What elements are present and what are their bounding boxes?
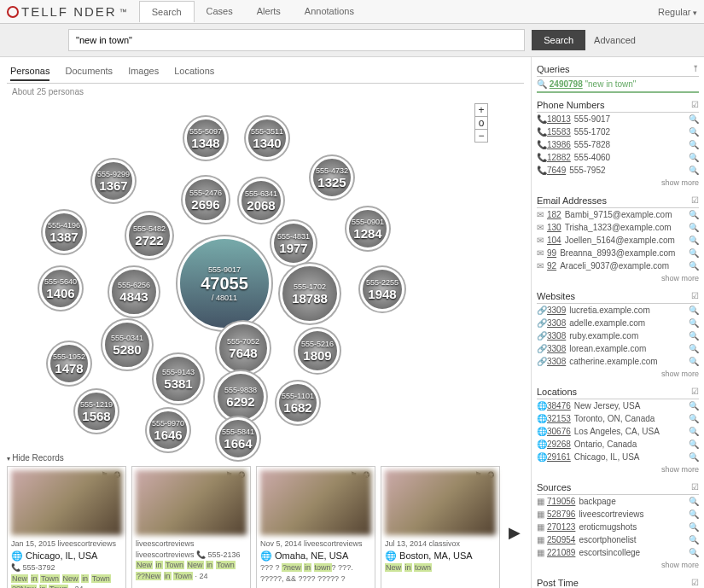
cluster-node[interactable]: 555-11011682 — [276, 381, 319, 424]
nav-tab-alerts[interactable]: Alerts — [245, 1, 293, 22]
subtab-locations[interactable]: Locations — [174, 66, 214, 81]
search-icon[interactable]: 🔍 — [689, 236, 699, 245]
search-icon[interactable]: 🔍 — [689, 166, 699, 175]
record-card[interactable]: ⚑✪Nov 5, 2014 liveescortreviews🌐 Omaha, … — [256, 466, 375, 588]
search-icon[interactable]: 🔍 — [689, 153, 699, 162]
cluster-node[interactable]: 555-91435381 — [154, 354, 203, 404]
cluster-node[interactable]: 555-98386292 — [215, 371, 266, 422]
cluster-node[interactable]: 555-12191568 — [75, 390, 118, 433]
search-icon[interactable]: 🔍 — [689, 306, 699, 315]
facet-row[interactable]: 🔗3308 adelle.example.com🔍 — [537, 317, 699, 329]
search-icon[interactable]: 🔍 — [689, 248, 699, 258]
search-icon[interactable]: 🔍 — [689, 318, 699, 328]
record-card[interactable]: ⚑✪Jan 15, 2015 liveescortreviews🌐 Chicag… — [7, 466, 126, 588]
facet-row[interactable]: ▦270123 eroticmugshots🔍 — [537, 521, 699, 533]
facet-row[interactable]: 🔗3308 ruby.example.com🔍 — [537, 329, 699, 342]
advanced-link[interactable]: Advanced — [594, 35, 636, 45]
facet-row[interactable]: ▦221089 escortsincollege🔍 — [537, 546, 699, 559]
search-icon[interactable]: 🔍 — [689, 440, 699, 449]
search-icon[interactable]: 🔍 — [689, 127, 699, 137]
facet-row[interactable]: 🔗3308 catherine.example.com🔍 — [537, 355, 699, 368]
search-icon[interactable]: 🔍 — [689, 522, 699, 532]
cluster-node[interactable]: 555-92991367 — [92, 160, 135, 202]
facet-row[interactable]: 📞12882 555-4060🔍 — [537, 151, 699, 164]
record-card[interactable]: ⚑✪Jul 13, 2014 classivox🌐 Boston, MA, US… — [381, 466, 500, 588]
active-query[interactable]: 🔍 2490798 "new in town" — [537, 77, 699, 93]
cluster-node[interactable]: 555-19521478 — [48, 342, 90, 385]
show-more-link[interactable]: show more — [537, 177, 699, 189]
cluster-node[interactable]: 555-52161809 — [295, 329, 340, 373]
search-button[interactable]: Search — [532, 30, 585, 50]
facet-row[interactable]: 🌐32153 Toronto, ON, Canada🔍 — [537, 412, 699, 425]
facet-row[interactable]: 🌐30676 Los Angeles, CA, USA🔍 — [537, 425, 699, 438]
facet-row[interactable]: ▦528796 liveescortreviews🔍 — [537, 508, 699, 521]
search-icon[interactable]: 🔍 — [689, 223, 699, 232]
show-more-link[interactable]: show more — [537, 368, 699, 380]
search-icon[interactable]: 🔍 — [689, 452, 699, 462]
cluster-center-node[interactable]: 555-901747055/ 48011 — [177, 236, 271, 330]
cluster-node[interactable]: 555-70527648 — [217, 322, 270, 375]
zoom-reset-button[interactable]: o — [474, 116, 488, 130]
cluster-node[interactable]: 555-56401406 — [39, 267, 82, 310]
cluster-node[interactable]: 555-63412068 — [239, 178, 283, 223]
cluster-node[interactable]: 555-22551948 — [360, 267, 404, 311]
persona-cluster[interactable]: + o − 555-901747055/ 48011555-5097134855… — [7, 100, 493, 450]
search-icon[interactable]: 🔍 — [689, 140, 699, 149]
facet-row[interactable]: 🌐29268 Ontario, Canada🔍 — [537, 438, 699, 451]
facet-row[interactable]: 🌐29161 Chicago, IL, USA🔍 — [537, 451, 699, 463]
cluster-node[interactable]: 555-50971348 — [184, 117, 227, 160]
zoom-out-button[interactable]: − — [474, 129, 488, 143]
cluster-node[interactable]: 555-99701646 — [147, 409, 189, 451]
search-icon[interactable]: 🔍 — [689, 331, 699, 341]
show-more-link[interactable]: show more — [537, 272, 699, 284]
facet-row[interactable]: ▦719056 backpage🔍 — [537, 495, 699, 508]
cluster-node[interactable]: 555-47321325 — [311, 156, 353, 199]
facet-row[interactable]: ✉182 Bambi_9715@example.com🔍 — [537, 208, 699, 221]
facet-row[interactable]: ✉92 Araceli_9037@example.com🔍 — [537, 259, 699, 272]
cluster-node[interactable]: 555-41961387 — [43, 211, 85, 253]
search-icon[interactable]: 🔍 — [689, 414, 699, 423]
facet-row[interactable]: 🔗3309 lucretia.example.com🔍 — [537, 304, 699, 317]
show-more-link[interactable]: show more — [537, 559, 699, 571]
search-input[interactable] — [68, 29, 525, 51]
search-icon[interactable]: 🔍 — [689, 210, 699, 219]
search-icon[interactable]: 🔍 — [689, 357, 699, 366]
nav-tab-search[interactable]: Search — [139, 1, 195, 22]
facet-row[interactable]: 🌐38476 New Jersey, USA🔍 — [537, 399, 699, 412]
facet-row[interactable]: 📞13986 555-7828🔍 — [537, 138, 699, 151]
nav-tab-annotations[interactable]: Annotations — [293, 1, 366, 22]
cluster-node[interactable]: 555-62564843 — [109, 267, 159, 317]
facet-row[interactable]: 📞7649 555-7952🔍 — [537, 164, 699, 177]
search-icon[interactable]: 🔍 — [689, 261, 699, 271]
search-icon[interactable]: 🔍 — [689, 344, 699, 353]
facet-row[interactable]: ✉104 Joellen_5164@example.com🔍 — [537, 234, 699, 247]
search-icon[interactable]: 🔍 — [689, 114, 699, 124]
facet-row[interactable]: ✉130 Trisha_1323@example.com🔍 — [537, 221, 699, 234]
zoom-in-button[interactable]: + — [474, 103, 488, 117]
cluster-node[interactable]: 555-09011284 — [346, 207, 389, 250]
facet-row[interactable]: 📞18013 555-9017🔍 — [537, 113, 699, 125]
cluster-node[interactable]: 555-54822722 — [126, 212, 172, 259]
show-more-link[interactable]: show more — [537, 463, 699, 475]
search-icon[interactable]: 🔍 — [689, 535, 699, 544]
facet-row[interactable]: 📞15583 555-1702🔍 — [537, 125, 699, 138]
search-icon[interactable]: 🔍 — [689, 427, 699, 436]
cluster-node[interactable]: 555-58411664 — [217, 417, 259, 460]
cluster-node[interactable]: 555-24762696 — [183, 177, 229, 223]
cluster-node[interactable]: 555-48311977 — [271, 221, 316, 265]
subtab-documents[interactable]: Documents — [65, 66, 113, 81]
search-icon[interactable]: 🔍 — [689, 401, 699, 410]
nav-tab-cases[interactable]: Cases — [195, 1, 245, 22]
subtab-personas[interactable]: Personas — [10, 66, 49, 81]
cluster-node[interactable]: 555-170218788 — [280, 264, 340, 323]
record-card[interactable]: ⚑✪ liveescortreviewsliveescortreviews 📞 … — [131, 466, 251, 588]
cluster-node[interactable]: 555-03415280 — [102, 320, 152, 370]
user-menu[interactable]: Regular — [658, 7, 697, 17]
cards-next-button[interactable]: ▶ — [505, 466, 524, 588]
search-icon[interactable]: 🔍 — [689, 509, 699, 519]
search-icon[interactable]: 🔍 — [689, 497, 699, 506]
facet-row[interactable]: ✉99 Breanna_8993@example.com🔍 — [537, 247, 699, 259]
search-icon[interactable]: 🔍 — [689, 548, 699, 557]
facet-row[interactable]: ▦250954 escortphonelist🔍 — [537, 533, 699, 546]
facet-row[interactable]: 🔗3308 lorean.example.com🔍 — [537, 342, 699, 355]
